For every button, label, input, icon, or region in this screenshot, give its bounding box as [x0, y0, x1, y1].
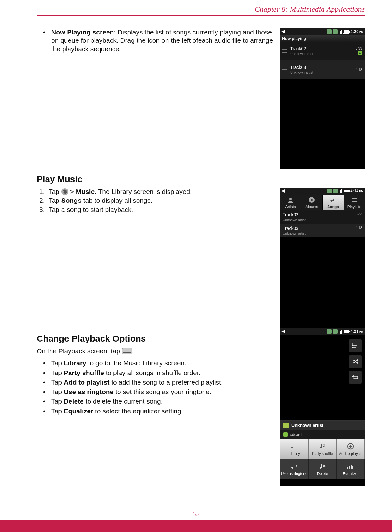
tab-albums[interactable]: Albums	[301, 195, 322, 210]
song-duration: 4:18	[356, 226, 362, 230]
menu-add-to-playlist[interactable]: Add to playlist	[337, 439, 365, 459]
menu-icon	[290, 442, 298, 450]
track-duration: 3:33	[356, 46, 362, 50]
svg-point-30	[323, 444, 324, 445]
options-menu-row-2: Use as ringtoneDeleteEqualizer	[280, 459, 365, 479]
menu-label: Add to playlist	[339, 451, 363, 456]
menu-icon	[346, 462, 355, 471]
tab-icon	[344, 196, 365, 204]
artist-row[interactable]: Unknown artist	[280, 420, 365, 430]
menu-library[interactable]: Library	[280, 439, 308, 459]
track-duration: 4:18	[356, 68, 362, 71]
chapter-label: Chapter 8: Multimedia Applications	[255, 5, 365, 13]
menu-party-shuffle[interactable]: Party shuffle	[308, 439, 336, 459]
status-clock: 4:14PM	[350, 189, 364, 193]
menu-icon	[122, 348, 132, 354]
now-playing-title: Now playing	[280, 35, 365, 42]
svg-rect-4	[64, 190, 65, 191]
svg-rect-5	[65, 190, 66, 191]
footer-bar	[0, 520, 392, 532]
status-bar: 4:21PM	[280, 328, 365, 335]
status-net-icon	[333, 189, 338, 193]
status-net-icon	[327, 189, 332, 193]
status-net-icon	[327, 329, 332, 334]
playlist-icon-button[interactable]	[349, 339, 362, 352]
svg-rect-9	[64, 192, 64, 193]
status-bar: 4:14PM	[280, 188, 365, 195]
song-duration: 3:33	[356, 212, 362, 216]
menu-label: Party shuffle	[312, 451, 333, 456]
option-bullet: Tap Party shuffle to play all songs in s…	[43, 369, 276, 377]
song-artist: Unknown artist	[283, 232, 356, 235]
step-3: Tap a song to start playback.	[39, 206, 276, 214]
option-bullet: Tap Use as ringtone to set this song as …	[43, 388, 276, 396]
svg-point-31	[324, 445, 325, 446]
svg-rect-7	[64, 191, 65, 192]
tab-label: Albums	[301, 205, 322, 209]
menu-delete[interactable]: Delete	[308, 459, 336, 479]
status-bar: 4:20PM	[280, 28, 365, 35]
screenshot-now-playing: 4:20PM Now playing Track02Unknown artist…	[280, 28, 365, 169]
status-back-icon	[281, 30, 285, 34]
status-net-icon	[333, 29, 338, 34]
svg-point-32	[323, 446, 324, 447]
tab-label: Playlists	[344, 205, 365, 209]
svg-rect-8	[65, 191, 66, 192]
svg-rect-3	[64, 190, 64, 191]
tab-artists[interactable]: Artists	[280, 195, 301, 210]
repeat-icon-button[interactable]	[349, 371, 362, 384]
chapter-header: Chapter 8: Multimedia Applications	[37, 5, 365, 16]
now-playing-row[interactable]: Track03Unknown artist4:18	[280, 60, 365, 79]
song-row[interactable]: Track02Unknown artist3:33	[280, 210, 365, 224]
page-number: 52	[0, 510, 392, 519]
menu-label: Equalizer	[343, 472, 358, 476]
menu-label: Library	[288, 451, 300, 456]
status-net-icon	[333, 329, 338, 334]
album-art-area	[280, 335, 365, 420]
menu-equalizer[interactable]: Equalizer	[337, 459, 365, 479]
library-tab-bar: ArtistsAlbumsSongsPlaylists	[280, 195, 365, 210]
footer-rule	[37, 509, 365, 509]
svg-rect-6	[64, 191, 64, 192]
track-artist: Unknown artist	[290, 52, 356, 56]
sdcard-icon	[283, 432, 288, 437]
svg-point-24	[352, 345, 353, 346]
artist-icon	[283, 423, 289, 428]
status-clock: 4:20PM	[350, 29, 364, 34]
drag-handle-icon[interactable]	[281, 49, 288, 53]
status-signal-icon	[339, 29, 342, 34]
svg-rect-11	[65, 192, 66, 193]
svg-marker-26	[358, 360, 358, 361]
drag-handle-icon[interactable]	[281, 68, 288, 71]
menu-icon	[290, 462, 298, 471]
svg-point-23	[352, 344, 353, 344]
song-artist: Unknown artist	[283, 218, 356, 222]
tab-label: Songs	[323, 205, 344, 209]
svg-rect-41	[352, 466, 353, 469]
tab-songs[interactable]: Songs	[323, 195, 344, 210]
status-battery-icon	[343, 189, 349, 193]
track-name: Track02	[290, 46, 356, 51]
track-name: Track03	[290, 65, 356, 70]
status-battery-icon	[343, 330, 349, 333]
tab-icon	[280, 196, 301, 204]
option-bullet: Tap Library to go to the Music Library s…	[43, 359, 276, 367]
sdcard-row[interactable]: sdcard	[280, 430, 365, 439]
shuffle-icon-button[interactable]	[349, 355, 362, 368]
menu-use-as-ringtone[interactable]: Use as ringtone	[280, 459, 308, 479]
tab-playlists[interactable]: Playlists	[344, 195, 365, 210]
step-1: Tap > Music. The Library screen is displ…	[39, 188, 276, 196]
svg-point-13	[289, 198, 292, 200]
status-back-icon	[281, 330, 285, 333]
song-row[interactable]: Track03Unknown artist4:18	[280, 224, 365, 238]
svg-marker-0	[281, 30, 285, 34]
option-bullet: Tap Delete to delete the current song.	[43, 397, 276, 405]
now-playing-row[interactable]: Track02Unknown artist3:33	[280, 42, 365, 60]
options-menu-row-1: LibraryParty shuffleAdd to playlist	[280, 439, 365, 459]
svg-rect-40	[351, 465, 352, 469]
screenshot-playback-options: 4:21PM	[280, 328, 365, 486]
song-name: Track02	[283, 212, 356, 217]
tab-icon	[301, 196, 322, 204]
svg-rect-38	[347, 467, 348, 469]
option-bullet: Tap Add to playlist to add the song to a…	[43, 378, 276, 387]
